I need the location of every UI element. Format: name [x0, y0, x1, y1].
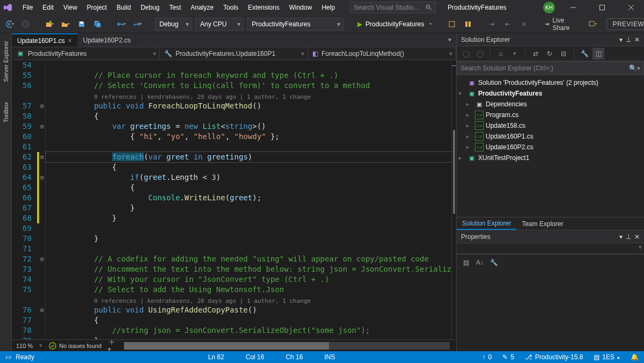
status-line[interactable]: Ln 62: [208, 353, 224, 361]
status-col[interactable]: Col 16: [246, 353, 265, 361]
status-repo[interactable]: ▤1ES▴: [594, 353, 620, 361]
comment-button[interactable]: ≡: [517, 18, 530, 31]
code-line[interactable]: {: [51, 162, 451, 172]
open-button[interactable]: ▾: [59, 18, 72, 31]
platform-combo[interactable]: Any CPU: [195, 18, 244, 31]
code-line[interactable]: {: [51, 111, 451, 121]
code-line[interactable]: }: [51, 234, 451, 244]
fc-toggle[interactable]: ▾: [108, 338, 115, 353]
save-button[interactable]: [75, 18, 88, 31]
code-line[interactable]: [51, 142, 451, 152]
close-panel-icon[interactable]: ✕: [634, 36, 640, 43]
pin-icon[interactable]: ⊥: [626, 36, 631, 43]
menu-test[interactable]: Test: [165, 2, 185, 13]
menu-project[interactable]: Project: [83, 2, 111, 13]
code-line[interactable]: [51, 223, 451, 234]
notifications-icon[interactable]: 🔔: [631, 353, 639, 361]
se-properties-icon[interactable]: 🔧: [579, 48, 590, 60]
se-showall-icon[interactable]: ◫: [592, 48, 604, 60]
file-tab-overflow[interactable]: ▾: [443, 33, 456, 46]
menu-file[interactable]: File: [18, 2, 37, 13]
code-line[interactable]: 0 references | kendrahavens, 20 days ago…: [51, 295, 451, 305]
status-changes[interactable]: ✎5: [502, 353, 514, 361]
code-line[interactable]: Console.WriteLine(greet);: [51, 193, 451, 203]
code-editor[interactable]: 5455565758596061626364656667686970717273…: [12, 60, 456, 339]
code-line[interactable]: if(greet.Length < 3): [51, 172, 451, 183]
minimize-button[interactable]: [562, 0, 584, 15]
code-line[interactable]: // A codefix for adding the needed "usin…: [51, 254, 451, 264]
status-publish[interactable]: ↑0: [482, 353, 492, 361]
tree-item[interactable]: ▹▣Dependencies: [457, 99, 644, 110]
tree-item[interactable]: ▹C#Program.cs: [457, 110, 644, 120]
horizontal-scrollbar[interactable]: [124, 342, 450, 350]
close-panel-icon[interactable]: ✕: [634, 233, 640, 241]
overview-ruler[interactable]: –: [451, 60, 456, 339]
se-fwd-icon[interactable]: ◯: [474, 48, 486, 60]
feedback-button[interactable]: ▾: [586, 18, 599, 31]
nav-class-combo[interactable]: 🔧 ProductivityFeatures.Update160P1: [160, 47, 308, 60]
code-line[interactable]: public void UsingRefAddedCopyPaste(): [51, 305, 451, 315]
menu-tools[interactable]: Tools: [219, 2, 243, 13]
nav-fwd-button[interactable]: [19, 18, 32, 31]
code-line[interactable]: 0 references | kendrahavens, 20 days ago…: [51, 91, 451, 101]
se-chev-icon[interactable]: ▾: [509, 48, 521, 60]
preview-badge[interactable]: PREVIEW: [606, 18, 644, 30]
se-back-icon[interactable]: ◯: [460, 48, 472, 60]
code-line[interactable]: public void ForeachLoopToLinqMethod(): [51, 101, 451, 111]
sidetab-toolbox[interactable]: Toolbox: [2, 99, 10, 126]
panel-tab[interactable]: Solution Explorer: [457, 217, 516, 230]
code-line[interactable]: [51, 244, 451, 254]
code-content[interactable]: // Place cursor in foreach keyword and t…: [46, 60, 451, 339]
undo-button[interactable]: ▾: [115, 18, 128, 31]
solution-root[interactable]: ▣ Solution 'ProductivityFeatures' (2 pro…: [457, 77, 644, 88]
menu-window[interactable]: Window: [285, 2, 317, 13]
tree-item[interactable]: ▹C#Update158.cs: [457, 120, 644, 131]
panel-options-icon[interactable]: ▾: [619, 233, 623, 241]
code-line[interactable]: // With your cursor in "JsonConvert" typ…: [51, 274, 451, 285]
nav-project-combo[interactable]: ▣ ProductivityFeatures: [12, 47, 160, 60]
code-line[interactable]: // Place cursor in foreach keyword and t…: [51, 70, 451, 81]
se-sync-icon[interactable]: ⇄: [530, 48, 541, 60]
menu-edit[interactable]: Edit: [38, 2, 58, 13]
status-ch[interactable]: Ch 16: [286, 353, 303, 361]
menu-view[interactable]: View: [59, 2, 82, 13]
alphabetical-icon[interactable]: A↓: [474, 257, 486, 268]
se-refresh-icon[interactable]: ↻: [544, 48, 555, 60]
code-line[interactable]: [51, 60, 451, 70]
panel-tab[interactable]: Team Explorer: [516, 217, 568, 230]
menu-analyze[interactable]: Analyze: [186, 2, 218, 13]
menu-help[interactable]: Help: [317, 2, 339, 13]
panel-options-icon[interactable]: ▾: [619, 36, 623, 43]
status-ins[interactable]: INS: [324, 353, 335, 361]
menu-extensions[interactable]: Extensions: [244, 2, 284, 13]
code-line[interactable]: var greetings = new List<string>(): [51, 121, 451, 132]
code-line[interactable]: // Uncomment the text into the method be…: [51, 264, 451, 274]
step-button-2[interactable]: [462, 18, 474, 31]
pin-icon[interactable]: ⊥: [626, 233, 631, 241]
startup-project-combo[interactable]: ProductivityFeatures: [247, 18, 343, 31]
live-share-button[interactable]: Live Share: [541, 17, 575, 32]
tree-item[interactable]: ▹C#Update160P2.cs: [457, 142, 644, 153]
maximize-button[interactable]: [591, 0, 613, 15]
close-button[interactable]: [620, 0, 642, 15]
se-home-icon[interactable]: ⌂: [495, 48, 507, 60]
close-tab-icon[interactable]: ×: [68, 37, 72, 45]
user-badge[interactable]: KH: [543, 2, 555, 13]
code-line[interactable]: }: [51, 213, 451, 223]
code-line[interactable]: //string json = JsonConvert.SerializeObj…: [51, 325, 451, 336]
code-line[interactable]: // Select to add the Using Newtonsoft.Js…: [51, 285, 451, 295]
code-line[interactable]: // Select 'Convert to Linq(call form)' t…: [51, 81, 451, 91]
status-branch[interactable]: ⎇Productivity-15.8: [525, 353, 583, 361]
step-button-1[interactable]: [445, 18, 458, 31]
folding-column[interactable]: ⊟⊟⊟⊟⊟⊟: [39, 60, 46, 339]
tree-item[interactable]: ▿▣ProductivityFeatures: [457, 88, 644, 99]
new-project-button[interactable]: ▾: [43, 18, 56, 31]
quick-launch-search[interactable]: Search Visual Studio...: [350, 2, 436, 13]
solution-explorer-search[interactable]: Search Solution Explorer (Ctrl+;) 🔍▾: [457, 61, 644, 75]
code-line[interactable]: }: [51, 336, 451, 339]
configuration-combo[interactable]: Debug: [155, 18, 192, 31]
se-collapse-icon[interactable]: ⊟: [558, 48, 569, 60]
indent-button-1[interactable]: ⇥: [485, 18, 498, 31]
tree-item[interactable]: ▹▣XUnitTestProject1: [457, 153, 644, 163]
tree-item[interactable]: ▹C#Update160P1.cs: [457, 131, 644, 142]
